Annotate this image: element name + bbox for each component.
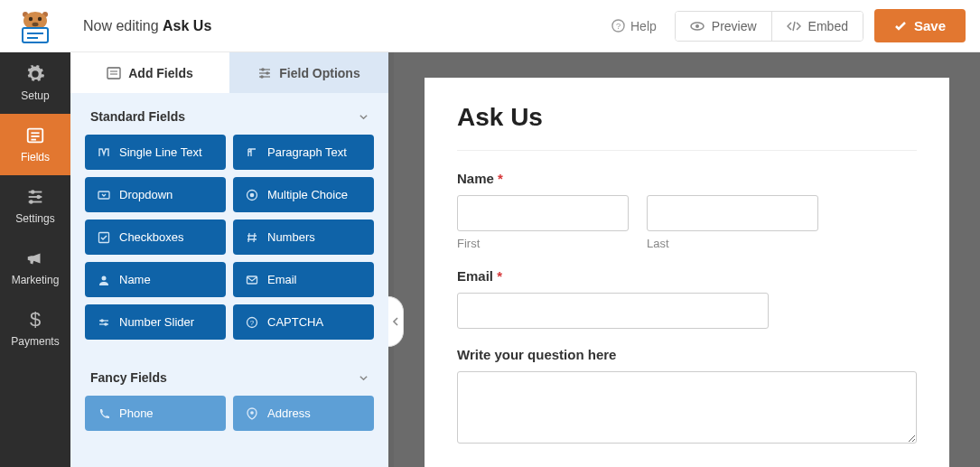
code-icon bbox=[787, 19, 801, 33]
field-number-slider[interactable]: Number Slider bbox=[85, 304, 226, 340]
svg-rect-32 bbox=[98, 191, 109, 199]
name-label: Name * bbox=[457, 171, 917, 186]
rail-payments[interactable]: $ Payments bbox=[0, 298, 70, 360]
svg-point-31 bbox=[260, 75, 264, 79]
help-icon: ? bbox=[611, 19, 625, 33]
field-question-row[interactable]: Write your question here bbox=[457, 347, 917, 447]
rail-marketing-label: Marketing bbox=[12, 274, 60, 286]
required-mark: * bbox=[497, 268, 502, 284]
field-multiple-choice[interactable]: Multiple Choice bbox=[233, 177, 374, 212]
svg-point-18 bbox=[31, 190, 35, 194]
rail-fields-label: Fields bbox=[21, 151, 50, 163]
svg-point-44 bbox=[250, 411, 254, 415]
eye-icon bbox=[690, 19, 705, 33]
main: Setup Fields Settings Marketing $ Paymen… bbox=[0, 52, 980, 467]
field-phone[interactable]: Phone bbox=[85, 396, 226, 431]
editing-label: Now editing Ask Us bbox=[83, 18, 211, 34]
rail-payments-label: Payments bbox=[11, 335, 59, 348]
field-dropdown[interactable]: Dropdown bbox=[85, 177, 226, 212]
svg-point-41 bbox=[104, 322, 107, 326]
svg-point-12 bbox=[695, 24, 699, 28]
field-email-row[interactable]: Email * bbox=[457, 268, 917, 329]
form-icon bbox=[25, 126, 45, 145]
tab-add-fields-label: Add Fields bbox=[128, 66, 193, 80]
section-fancy-fields[interactable]: Fancy Fields bbox=[70, 354, 388, 396]
save-label: Save bbox=[914, 18, 946, 33]
editing-formname: Ask Us bbox=[163, 18, 211, 33]
field-address[interactable]: Address bbox=[233, 396, 374, 431]
first-sublabel: First bbox=[457, 237, 629, 250]
svg-point-39 bbox=[100, 319, 104, 322]
field-paragraph-text[interactable]: Paragraph Text bbox=[233, 135, 374, 170]
svg-point-3 bbox=[29, 16, 33, 20]
topbar-right: ? Help Preview Embed Save bbox=[604, 9, 966, 42]
form-title: Ask Us bbox=[457, 103, 917, 151]
add-fields-icon bbox=[107, 66, 121, 80]
field-captcha[interactable]: ?CAPTCHA bbox=[233, 304, 374, 340]
fields-panel: Add Fields Field Options Standard Fields… bbox=[70, 52, 394, 467]
svg-point-36 bbox=[102, 276, 107, 280]
field-numbers[interactable]: Numbers bbox=[233, 219, 374, 255]
chevron-down-icon bbox=[359, 112, 369, 122]
email-label: Email * bbox=[457, 268, 917, 284]
svg-rect-6 bbox=[23, 28, 48, 42]
svg-point-4 bbox=[38, 16, 42, 20]
gear-icon bbox=[25, 64, 45, 84]
rail-marketing[interactable]: Marketing bbox=[0, 237, 70, 298]
field-email[interactable]: Email bbox=[233, 262, 374, 297]
required-mark: * bbox=[498, 171, 503, 186]
svg-point-27 bbox=[261, 68, 265, 71]
email-input[interactable] bbox=[457, 293, 769, 329]
svg-point-20 bbox=[36, 195, 41, 200]
collapse-panel-button[interactable] bbox=[388, 296, 404, 347]
svg-text:?: ? bbox=[250, 319, 255, 327]
help-link[interactable]: ? Help bbox=[604, 14, 664, 39]
field-name[interactable]: Name bbox=[85, 262, 226, 297]
tab-add-fields[interactable]: Add Fields bbox=[70, 52, 229, 93]
chevron-down-icon bbox=[359, 373, 369, 383]
bullhorn-icon bbox=[25, 248, 45, 268]
standard-field-grid: Single Line Text Paragraph Text Dropdown… bbox=[70, 135, 388, 354]
section-standard-fields[interactable]: Standard Fields bbox=[70, 93, 388, 135]
logo bbox=[0, 0, 70, 52]
preview-label: Preview bbox=[712, 19, 757, 33]
field-single-line-text[interactable]: Single Line Text bbox=[85, 135, 226, 170]
canvas-wrap[interactable]: Ask Us Name * First Last Email * bbox=[394, 52, 980, 467]
fancy-field-grid: Phone Address bbox=[70, 396, 388, 445]
rail-settings-label: Settings bbox=[15, 212, 54, 225]
question-textarea[interactable] bbox=[457, 371, 917, 444]
name-pair: First Last bbox=[457, 195, 917, 250]
rail-setup[interactable]: Setup bbox=[0, 52, 70, 114]
panel-tabs: Add Fields Field Options bbox=[70, 52, 388, 93]
panel-body[interactable]: Standard Fields Single Line Text Paragra… bbox=[70, 93, 388, 467]
field-options-icon bbox=[257, 66, 272, 80]
embed-label: Embed bbox=[808, 19, 848, 33]
svg-point-22 bbox=[29, 200, 33, 204]
embed-button[interactable]: Embed bbox=[771, 12, 863, 41]
last-sublabel: Last bbox=[647, 237, 818, 250]
field-checkboxes[interactable]: Checkboxes bbox=[85, 219, 226, 255]
sliders-icon bbox=[25, 187, 45, 207]
rail-fields[interactable]: Fields bbox=[0, 114, 70, 175]
editing-prefix: Now editing bbox=[83, 18, 163, 33]
svg-point-29 bbox=[266, 71, 269, 75]
tab-field-options-label: Field Options bbox=[279, 66, 359, 80]
preview-embed-group: Preview Embed bbox=[675, 11, 863, 42]
save-button[interactable]: Save bbox=[874, 9, 966, 42]
nav-rail: Setup Fields Settings Marketing $ Paymen… bbox=[0, 52, 70, 467]
field-name-row[interactable]: Name * First Last bbox=[457, 171, 917, 250]
preview-button[interactable]: Preview bbox=[676, 12, 771, 41]
question-label: Write your question here bbox=[457, 347, 917, 362]
help-label: Help bbox=[630, 19, 657, 33]
rail-setup-label: Setup bbox=[21, 89, 49, 102]
chevron-left-icon bbox=[392, 316, 399, 327]
section-fancy-title: Fancy Fields bbox=[90, 370, 167, 385]
svg-point-34 bbox=[250, 192, 255, 197]
last-name-input[interactable] bbox=[647, 195, 818, 231]
tab-field-options[interactable]: Field Options bbox=[229, 52, 388, 93]
svg-point-5 bbox=[33, 22, 39, 25]
rail-settings[interactable]: Settings bbox=[0, 175, 70, 237]
first-name-input[interactable] bbox=[457, 195, 629, 231]
check-icon bbox=[894, 20, 907, 33]
form-canvas: Ask Us Name * First Last Email * bbox=[425, 78, 949, 467]
